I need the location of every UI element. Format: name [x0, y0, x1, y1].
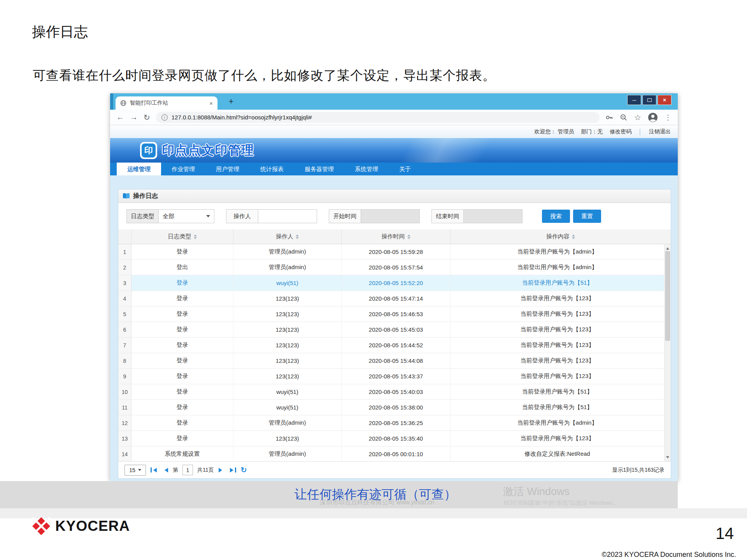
tab-close-icon[interactable]: ×	[209, 100, 213, 107]
maximize-icon	[647, 98, 652, 102]
logout-link[interactable]: 注销退出	[649, 128, 671, 135]
nav-tab-jobs[interactable]: 作业管理	[161, 163, 205, 175]
table-row[interactable]: 5登录123(123)2020-08-05 15:46:53当前登录用户账号为【…	[118, 306, 664, 322]
page-info-icon[interactable]: i	[161, 114, 168, 121]
sort-icon[interactable]	[194, 233, 197, 241]
cell-time: 2020-08-05 15:38:00	[342, 400, 451, 415]
operator-input[interactable]	[258, 210, 317, 223]
log-type-label: 日志类型	[127, 210, 159, 223]
first-page-button[interactable]	[150, 467, 157, 474]
nav-tab-server[interactable]: 服务器管理	[294, 163, 344, 175]
column-header-0[interactable]: 日志类型	[132, 229, 233, 244]
cell-content: 当前登录用户账号为【admin】	[451, 415, 664, 430]
sort-icon[interactable]	[296, 233, 299, 241]
welcome-department: 部门：无	[581, 128, 603, 135]
log-type-select[interactable]: 全部	[159, 210, 214, 223]
table-row[interactable]: 1登录管理员(admin)2020-08-05 15:59:28当前登录用户账号…	[118, 244, 664, 260]
cell-time: 2020-08-05 15:44:52	[342, 338, 451, 353]
table-row[interactable]: 14系统常规设置管理员(admin)2020-08-05 00:01:10修改自…	[118, 446, 664, 462]
cell-log-type: 登录	[132, 338, 233, 353]
reload-icon[interactable]: ↻	[144, 113, 150, 122]
app-logo-icon: 印	[140, 142, 157, 159]
next-page-button[interactable]	[218, 467, 225, 474]
slide-title: 操作日志	[32, 23, 88, 42]
cell-content: 当前登录用户账号为【123】	[451, 291, 664, 306]
change-password-link[interactable]: 修改密码	[610, 128, 631, 135]
log-table-head: 日志类型操作人操作时间操作内容	[118, 229, 671, 244]
forward-icon[interactable]: →	[130, 113, 138, 122]
nav-tab-about[interactable]: 关于	[389, 163, 421, 175]
nav-tab-ops[interactable]: 运维管理	[117, 163, 161, 175]
table-row[interactable]: 9登录123(123)2020-08-05 15:43:37当前登录用户账号为【…	[118, 369, 664, 384]
cell-content: 当前登录用户账号为【51】	[451, 400, 664, 415]
sort-icon[interactable]	[572, 233, 575, 241]
cell-log-type: 登出	[132, 260, 233, 275]
profile-avatar-icon[interactable]	[648, 112, 658, 122]
refresh-icon[interactable]: ↻	[241, 466, 247, 474]
cell-operator: wuyi(51)	[233, 275, 342, 290]
scrollbar-thumb[interactable]	[665, 251, 670, 341]
address-bar[interactable]: i 127.0.0.1:8088/Main.html?sid=oosojzfhl…	[156, 112, 600, 123]
total-pages: 共11页	[197, 467, 214, 474]
cell-log-type: 登录	[132, 415, 233, 430]
table-row[interactable]: 8登录123(123)2020-08-05 15:44:08当前登录用户账号为【…	[118, 353, 664, 369]
nav-tab-reports[interactable]: 统计报表	[250, 163, 294, 175]
table-row[interactable]: 12登录管理员(admin)2020-08-05 15:36:25当前登录用户账…	[118, 415, 664, 431]
current-page-input[interactable]	[182, 465, 193, 475]
section-title: 操作日志	[133, 192, 158, 200]
nav-tab-system[interactable]: 系统管理	[344, 163, 389, 175]
column-header-1[interactable]: 操作人	[233, 229, 342, 244]
key-icon[interactable]	[605, 114, 613, 121]
maximize-button[interactable]	[642, 95, 656, 105]
book-icon	[123, 193, 130, 199]
cell-operator: 123(123)	[233, 338, 342, 353]
header-corner-cell	[118, 229, 132, 244]
section-header: 操作日志	[118, 189, 671, 203]
table-row[interactable]: 6登录123(123)2020-08-05 15:45:03当前登录用户账号为【…	[118, 322, 664, 338]
cell-content: 当前登录用户账号为【51】	[451, 384, 664, 399]
menu-dots-icon[interactable]: ⋮	[665, 113, 672, 122]
table-scrollbar[interactable]	[664, 244, 671, 461]
app-header: 印 印点点文印管理	[110, 138, 678, 163]
bookmark-star-icon[interactable]: ☆	[634, 113, 641, 122]
column-header-2[interactable]: 操作时间	[342, 229, 451, 244]
back-icon[interactable]: ←	[116, 113, 124, 122]
row-number: 11	[118, 400, 132, 415]
app-content: 操作日志 日志类型 全部 操作人 开始时间	[110, 175, 678, 481]
row-number: 3	[118, 275, 132, 290]
prev-page-button[interactable]	[161, 467, 168, 474]
start-time-input[interactable]	[361, 210, 419, 223]
sort-icon[interactable]	[407, 233, 410, 241]
windows-activation-watermark-line1: 激活 Windows	[503, 485, 570, 499]
cell-content: 当前登录用户账号为【123】	[451, 306, 664, 322]
table-row[interactable]: 13登录123(123)2020-08-05 15:35:40当前登录用户账号为…	[118, 431, 664, 446]
tabstrip-accent	[110, 93, 113, 110]
new-tab-button[interactable]: +	[225, 96, 237, 107]
nav-tab-users[interactable]: 用户管理	[205, 163, 250, 175]
scroll-down-icon[interactable]	[665, 455, 671, 461]
table-row[interactable]: 10登录wuyi(51)2020-08-05 15:40:03当前登录用户账号为…	[118, 384, 664, 400]
cell-operator: 管理员(admin)	[233, 260, 342, 275]
close-button[interactable]: ×	[658, 95, 672, 105]
cell-time: 2020-08-05 15:43:37	[342, 369, 451, 384]
table-row[interactable]: 7登录123(123)2020-08-05 15:44:52当前登录用户账号为【…	[118, 338, 664, 353]
search-button[interactable]: 搜索	[542, 210, 570, 223]
minimize-button[interactable]: ─	[627, 95, 641, 105]
scroll-up-icon[interactable]	[665, 244, 671, 251]
last-page-button[interactable]	[230, 467, 237, 474]
cell-log-type: 登录	[132, 322, 233, 337]
reset-button[interactable]: 重置	[573, 210, 601, 223]
zoom-out-icon[interactable]	[620, 114, 628, 121]
end-time-input[interactable]	[464, 210, 522, 223]
table-row[interactable]: 2登出管理员(admin)2020-08-05 15:57:54当前登出用户账号…	[118, 260, 664, 275]
table-row[interactable]: 3登录wuyi(51)2020-08-05 15:52:20当前登录用户账号为【…	[118, 275, 664, 291]
cell-time: 2020-08-05 15:46:53	[342, 306, 451, 322]
record-summary: 显示1到15,共163记录	[612, 467, 665, 474]
table-row[interactable]: 4登录123(123)2020-08-05 15:47:14当前登录用户账号为【…	[118, 291, 664, 306]
table-row[interactable]: 11登录wuyi(51)2020-08-05 15:38:00当前登录用户账号为…	[118, 400, 664, 415]
column-header-3[interactable]: 操作内容	[451, 229, 671, 244]
cell-operator: 管理员(admin)	[233, 446, 342, 462]
cell-operator: wuyi(51)	[233, 384, 342, 399]
browser-tab[interactable]: 智能打印工作站 ×	[116, 96, 217, 110]
page-size-select[interactable]: 15	[124, 465, 146, 476]
